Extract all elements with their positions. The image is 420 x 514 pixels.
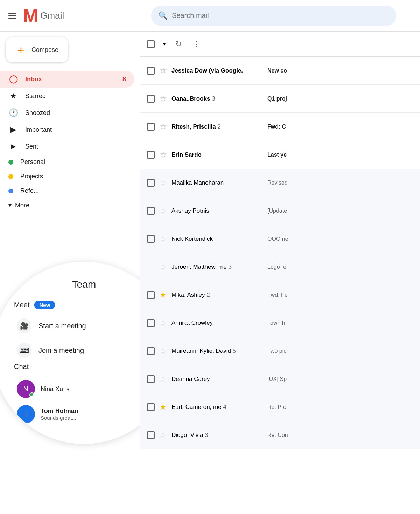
email-checkbox[interactable]	[147, 235, 155, 243]
meet-section: Meet New 🎥 Start a meeting ⌨ Join a meet…	[0, 301, 140, 363]
sender-name: Annika Crowley	[172, 320, 262, 327]
sender-name: Maalika Manoharan	[172, 179, 262, 186]
chat-section: Chat N Nina Xu ▾ T Tom	[0, 363, 140, 427]
label-icon: ▶	[8, 125, 18, 135]
meet-header: Meet New	[14, 301, 140, 309]
tom-name-text: Tom Holman	[41, 407, 78, 415]
select-all-checkbox[interactable]	[147, 40, 155, 48]
sender-name: Earl, Cameron, me 4	[172, 404, 262, 411]
star-button[interactable]: ☆	[160, 431, 167, 440]
send-icon: ►	[8, 142, 18, 151]
star-button[interactable]: ☆	[160, 122, 167, 131]
sidebar-item-snoozed[interactable]: 🕐 Snoozed	[0, 104, 134, 121]
star-button[interactable]: ☆	[160, 178, 167, 187]
search-icon: 🔍	[158, 11, 168, 20]
chat-item-nina[interactable]: N Nina Xu ▾	[14, 376, 140, 402]
email-preview: Revised	[267, 180, 413, 186]
email-row[interactable]: ☆ Nick Kortendick OOO ne	[140, 225, 420, 253]
chat-item-tom[interactable]: T Tom Holman Sounds great...	[14, 402, 140, 427]
star-button[interactable]: ☆	[160, 94, 167, 103]
refresh-button[interactable]: ↻	[174, 38, 183, 50]
email-checkbox[interactable]	[147, 95, 155, 103]
inbox-label: Inbox	[25, 76, 42, 83]
email-checkbox[interactable]	[147, 151, 155, 159]
email-row[interactable]: ☆ Erin Sardo Last ye	[140, 141, 420, 169]
email-checkbox[interactable]	[147, 431, 155, 439]
important-label: Important	[25, 126, 52, 133]
sender-name: Erin Sardo	[172, 151, 262, 158]
sidebar-item-projects[interactable]: Projects	[0, 169, 134, 184]
email-checkbox[interactable]	[147, 347, 155, 355]
gmail-m-icon: M	[23, 5, 38, 26]
email-row[interactable]: ★ Mika, Ashley 2 Fwd: Fe	[140, 281, 420, 309]
start-meeting-button[interactable]: 🎥 Start a meeting	[14, 314, 140, 338]
menu-button[interactable]	[6, 10, 19, 21]
inbox-icon: ◯	[8, 74, 18, 84]
star-button[interactable]: ☆	[160, 150, 167, 159]
compose-button[interactable]: Compose	[6, 37, 68, 62]
nina-avatar: N	[17, 380, 35, 398]
email-checkbox[interactable]	[147, 179, 155, 187]
email-checkbox[interactable]	[147, 67, 155, 75]
email-preview: [UX] Sp	[267, 376, 413, 382]
email-checkbox[interactable]	[147, 207, 155, 215]
email-preview: Town h	[267, 320, 413, 326]
star-button[interactable]: ☆	[160, 347, 167, 356]
email-checkbox[interactable]	[147, 403, 155, 411]
sender-name: Deanna Carey	[172, 376, 262, 383]
sender-name: Jeroen, Matthew, me 3	[172, 263, 262, 270]
sidebar-item-inbox[interactable]: ◯ Inbox 8	[0, 71, 134, 88]
tom-avatar: T	[17, 405, 35, 423]
email-preview: [Update	[267, 208, 413, 214]
star-button[interactable]: ☆	[160, 375, 167, 384]
star-button[interactable]: ☆	[160, 206, 167, 215]
sidebar-item-references[interactable]: Refe...	[0, 184, 134, 198]
email-row[interactable]: ☆ Oana..Brooks 3 Q1 proj	[140, 85, 420, 113]
star-button[interactable]: ★	[160, 403, 167, 412]
email-preview: Last ye	[267, 152, 413, 158]
personal-label: Personal	[20, 158, 45, 166]
clock-icon: 🕐	[8, 108, 18, 118]
star-button[interactable]: ☆	[160, 262, 167, 272]
online-status-dot	[29, 392, 34, 397]
search-input[interactable]	[172, 12, 389, 20]
select-dropdown-icon[interactable]: ▾	[163, 41, 166, 47]
email-row[interactable]: ☆ Muireann, Kylie, David 5 Two pic	[140, 337, 420, 365]
sender-name: Nick Kortendick	[172, 235, 262, 242]
sidebar-item-important[interactable]: ▶ Important	[0, 121, 134, 138]
sidebar-more[interactable]: ▾ More	[0, 198, 140, 213]
more-label: More	[15, 202, 29, 209]
star-button[interactable]: ☆	[160, 318, 167, 328]
email-row[interactable]: ☆ Maalika Manoharan Revised	[140, 169, 420, 197]
star-button[interactable]: ★	[160, 290, 167, 300]
star-button[interactable]: ☆	[160, 66, 167, 75]
email-row[interactable]: ☆ Akshay Potnis [Update	[140, 197, 420, 225]
sender-name: Muireann, Kylie, David 5	[172, 348, 262, 355]
email-checkbox[interactable]	[147, 291, 155, 299]
email-preview: Fwd: C	[267, 124, 413, 130]
email-checkbox[interactable]	[147, 375, 155, 383]
personal-dot-icon	[8, 160, 13, 165]
email-row[interactable]: ☆ Deanna Carey [UX] Sp	[140, 365, 420, 393]
more-options-button[interactable]: ⋮	[191, 38, 202, 50]
search-bar[interactable]: 🔍	[151, 6, 396, 26]
sidebar-item-personal[interactable]: Personal	[0, 155, 134, 169]
email-row[interactable]: ☆ Jeroen, Matthew, me 3 Logo re	[140, 253, 420, 281]
email-row[interactable]: ☆ Ritesh, Priscilla 2 Fwd: C	[140, 113, 420, 141]
email-row[interactable]: ☆ Annika Crowley Town h	[140, 309, 420, 337]
join-meeting-button[interactable]: ⌨ Join a meeting	[14, 338, 140, 363]
email-row[interactable]: ☆ Diogo, Vivia 3 Re: Con	[140, 421, 420, 449]
projects-dot-icon	[8, 174, 13, 179]
email-preview: Re: Pro	[267, 404, 413, 410]
star-button[interactable]: ☆	[160, 234, 167, 244]
sidebar-item-starred[interactable]: ★ Starred	[0, 88, 134, 104]
email-checkbox[interactable]	[147, 123, 155, 131]
meet-label: Meet	[14, 301, 29, 309]
sender-name: Akshay Potnis	[172, 207, 262, 214]
nina-dropdown-icon[interactable]: ▾	[67, 386, 69, 392]
sidebar-item-sent[interactable]: ► Sent	[0, 138, 134, 155]
email-row[interactable]: ☆ Jessica Dow (via Google. New co	[140, 57, 420, 85]
email-preview: OOO ne	[267, 236, 413, 242]
email-checkbox[interactable]	[147, 319, 155, 327]
email-row[interactable]: ★ Earl, Cameron, me 4 Re: Pro	[140, 393, 420, 421]
